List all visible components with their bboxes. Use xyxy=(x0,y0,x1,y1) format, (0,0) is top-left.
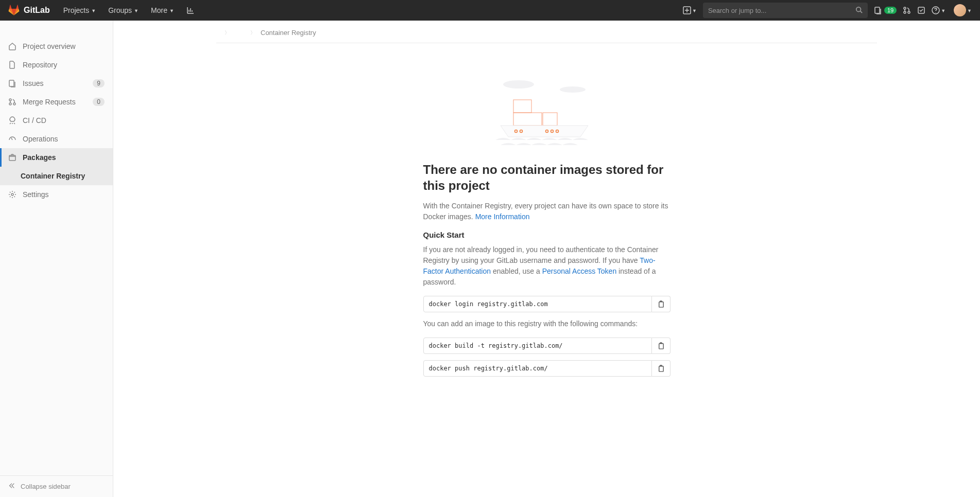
sidebar-item-settings[interactable]: Settings xyxy=(0,185,113,204)
svg-point-10 xyxy=(9,103,11,105)
chevron-right-icon: 〉 xyxy=(250,29,255,37)
empty-heading: There are no container images stored for… xyxy=(423,162,670,193)
build-command-row: docker build -t registry.gitlab.com/ xyxy=(423,338,670,354)
top-navbar: GitLab Projects▼ Groups▼ More▼ ▼ 19 xyxy=(0,0,980,21)
collapse-icon xyxy=(8,482,15,491)
svg-point-15 xyxy=(560,86,586,93)
nav-more[interactable]: More▼ xyxy=(146,0,179,21)
svg-rect-17 xyxy=(513,113,542,126)
copy-build-button[interactable] xyxy=(652,338,670,354)
svg-point-1 xyxy=(856,7,861,11)
layout: Project overview Repository Issues 9 Mer… xyxy=(0,21,980,497)
more-info-link[interactable]: More Information xyxy=(475,212,530,221)
push-command-row: docker push registry.gitlab.com/ xyxy=(423,360,670,377)
sidebar-sub: Container Registry xyxy=(0,167,113,185)
add-image-text: You can add an image to this registry wi… xyxy=(423,318,670,329)
merge-request-icon xyxy=(8,98,16,106)
brand-text: GitLab xyxy=(24,6,50,15)
navbar-right: ▼ 19 ▼ ▼ xyxy=(683,3,972,18)
svg-rect-26 xyxy=(659,366,663,371)
svg-point-9 xyxy=(9,99,11,101)
chevron-down-icon: ▼ xyxy=(134,8,139,13)
clipboard-icon xyxy=(657,365,665,372)
sidebar-item-overview[interactable]: Project overview xyxy=(0,37,113,56)
sidebar-item-issues[interactable]: Issues 9 xyxy=(0,74,113,93)
nav-activity[interactable] xyxy=(181,0,200,21)
question-icon xyxy=(932,6,940,14)
empty-state: There are no container images stored for… xyxy=(413,74,681,377)
merge-request-icon xyxy=(903,6,911,14)
issues-shortcut[interactable]: 19 xyxy=(874,6,897,14)
intro-text: With the Container Registry, every proje… xyxy=(423,201,670,222)
merge-requests-shortcut[interactable] xyxy=(903,6,911,14)
breadcrumb: 〉 〉 Container Registry xyxy=(216,21,877,43)
chevron-down-icon: ▼ xyxy=(91,8,96,13)
chevron-down-icon: ▼ xyxy=(967,8,972,13)
sidebar-nav: Project overview Repository Issues 9 Mer… xyxy=(0,21,113,475)
content: 〉 〉 Container Registry There are xyxy=(113,21,980,497)
plus-square-icon xyxy=(683,6,691,14)
svg-rect-16 xyxy=(513,100,531,113)
sidebar-subitem-container-registry[interactable]: Container Registry xyxy=(0,167,113,185)
help-menu[interactable]: ▼ xyxy=(932,6,945,14)
issue-icon xyxy=(874,6,882,14)
quick-start-heading: Quick Start xyxy=(423,230,670,239)
gitlab-logo[interactable]: GitLab xyxy=(8,5,50,16)
package-icon xyxy=(8,153,16,162)
copy-login-button[interactable] xyxy=(652,296,670,312)
svg-point-4 xyxy=(904,11,906,13)
todo-icon xyxy=(917,6,925,14)
svg-point-5 xyxy=(908,11,910,13)
svg-rect-2 xyxy=(875,7,880,13)
chart-icon xyxy=(186,6,195,14)
clipboard-icon xyxy=(657,342,665,350)
issues-count-badge: 9 xyxy=(93,79,105,87)
gauge-icon xyxy=(8,135,16,143)
sidebar-item-operations[interactable]: Operations xyxy=(0,130,113,148)
user-menu[interactable]: ▼ xyxy=(952,4,972,16)
file-icon xyxy=(8,61,16,69)
search-icon xyxy=(855,6,863,15)
plus-menu[interactable]: ▼ xyxy=(683,6,697,14)
collapse-sidebar[interactable]: Collapse sidebar xyxy=(0,475,113,497)
nav-projects[interactable]: Projects▼ xyxy=(58,0,101,21)
sidebar-item-merge-requests[interactable]: Merge Requests 0 xyxy=(0,93,113,111)
mr-count-badge: 0 xyxy=(93,98,105,106)
todos-shortcut[interactable] xyxy=(917,6,925,14)
build-command: docker build -t registry.gitlab.com/ xyxy=(423,338,652,354)
nav-groups[interactable]: Groups▼ xyxy=(103,0,144,21)
clipboard-icon xyxy=(657,300,665,308)
avatar xyxy=(954,4,966,16)
push-command: docker push registry.gitlab.com/ xyxy=(423,360,652,377)
chevron-down-icon: ▼ xyxy=(941,8,945,13)
svg-rect-25 xyxy=(659,344,663,349)
chevron-right-icon: 〉 xyxy=(225,29,230,37)
issues-badge: 19 xyxy=(884,7,897,14)
sidebar: Project overview Repository Issues 9 Mer… xyxy=(0,21,113,497)
search-box[interactable] xyxy=(703,3,868,18)
sidebar-item-repository[interactable]: Repository xyxy=(0,56,113,74)
svg-rect-18 xyxy=(543,113,557,126)
sidebar-item-cicd[interactable]: CI / CD xyxy=(0,111,113,130)
copy-push-button[interactable] xyxy=(652,360,670,377)
login-command: docker login registry.gitlab.com xyxy=(423,296,652,312)
auth-text: If you are not already logged in, you ne… xyxy=(423,244,670,288)
chevron-down-icon: ▼ xyxy=(692,8,697,13)
svg-point-14 xyxy=(503,80,534,88)
rocket-icon xyxy=(8,116,16,125)
gitlab-icon xyxy=(8,5,20,16)
breadcrumb-current: Container Registry xyxy=(261,29,316,37)
svg-point-13 xyxy=(11,193,13,196)
svg-point-3 xyxy=(904,7,906,9)
sidebar-item-packages[interactable]: Packages xyxy=(0,148,113,167)
issue-icon xyxy=(8,79,16,87)
search-input[interactable] xyxy=(708,7,855,14)
home-icon xyxy=(8,42,16,50)
svg-point-11 xyxy=(13,103,15,105)
navbar-left: GitLab Projects▼ Groups▼ More▼ xyxy=(8,0,200,21)
pat-link[interactable]: Personal Access Token xyxy=(542,267,617,275)
chevron-down-icon: ▼ xyxy=(169,8,174,13)
container-ship-illustration xyxy=(480,74,614,151)
svg-rect-8 xyxy=(9,80,14,86)
svg-rect-24 xyxy=(659,302,663,307)
